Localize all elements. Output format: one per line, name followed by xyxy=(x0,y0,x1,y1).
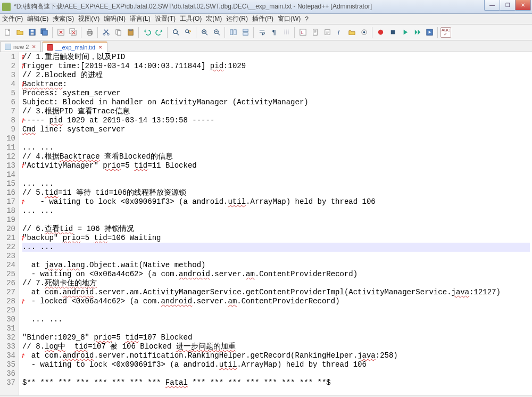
code-line[interactable]: // 4.根据Backtrace 查看Blocked的信息 xyxy=(22,152,530,161)
print-icon[interactable] xyxy=(84,27,95,38)
user-lang-icon[interactable]: L xyxy=(297,27,308,38)
sync-hscroll-icon[interactable] xyxy=(240,27,251,38)
menu-window[interactable]: 窗口(W) xyxy=(278,14,301,23)
code-line[interactable]: ↗ at com.android.server.notification.Ran… xyxy=(22,351,530,360)
code-line[interactable]: ... ... xyxy=(22,179,530,188)
spell-check-icon[interactable]: ABC✓ xyxy=(440,27,451,38)
tab-exp-main[interactable]: __exp_main.txt ✕ xyxy=(42,42,107,52)
find-icon[interactable] xyxy=(170,27,181,38)
doc-list-icon[interactable] xyxy=(322,27,332,38)
code-line[interactable]: ... ... xyxy=(22,206,530,216)
code-line[interactable]: ↗"backup" prio=5 tid=106 Waiting xyxy=(22,234,530,243)
zoom-in-icon[interactable] xyxy=(199,27,210,38)
menu-language[interactable]: 语言(L) xyxy=(130,14,151,23)
code-line[interactable]: ↗"ActivityManager" prio=5 tid=11 Blocked xyxy=(22,161,530,170)
undo-icon[interactable] xyxy=(142,27,152,38)
code-line[interactable] xyxy=(22,369,530,378)
close-all-icon[interactable] xyxy=(68,27,78,38)
code-line[interactable]: // 6.查看tid = 106 持锁情况 xyxy=(22,225,530,234)
code-line[interactable] xyxy=(22,170,530,179)
paste-icon[interactable] xyxy=(125,27,136,38)
zoom-out-icon[interactable] xyxy=(211,27,222,38)
record-macro-icon[interactable] xyxy=(375,27,386,38)
code-line[interactable]: ↗// 1.重启触发时间，以及PID xyxy=(22,53,530,62)
code-line[interactable]: ... ... xyxy=(22,315,530,324)
play-macro-icon[interactable] xyxy=(400,27,410,38)
cut-icon[interactable] xyxy=(101,27,111,38)
menu-view[interactable]: 视图(V) xyxy=(78,14,99,23)
code-line[interactable] xyxy=(22,252,530,261)
code-line[interactable]: ... ... xyxy=(22,143,530,152)
maximize-button[interactable]: ❐ xyxy=(500,0,516,11)
menu-settings[interactable]: 设置(T) xyxy=(155,14,176,23)
code-line[interactable]: $** *** *** *** *** *** *** *** Fatal **… xyxy=(22,378,530,387)
replace-icon[interactable] xyxy=(182,27,193,38)
code-line[interactable]: // 3.根据PID 查看Trace信息 xyxy=(22,107,530,116)
doc-map-icon[interactable] xyxy=(310,27,320,38)
copy-icon[interactable] xyxy=(113,27,123,38)
tab-new2[interactable]: new 2 ✕ xyxy=(0,41,41,52)
code-line[interactable]: // 8.log中 tid=107 被 106 Blocked 进一步问题的加重 xyxy=(22,342,530,351)
new-file-icon[interactable] xyxy=(2,27,13,38)
code-line[interactable]: // 5.tid=11 等待 tid=106的线程释放资源锁 xyxy=(22,188,530,197)
code-line[interactable] xyxy=(22,324,530,333)
code-line[interactable]: - waiting on <0x06a44c62> (a com.android… xyxy=(22,270,530,279)
close-button[interactable]: ✕ xyxy=(515,0,531,11)
word-wrap-icon[interactable] xyxy=(256,27,267,38)
menu-search[interactable]: 搜索(S) xyxy=(53,14,74,23)
close-file-icon[interactable] xyxy=(55,27,66,38)
menu-edit[interactable]: 编辑(E) xyxy=(27,14,48,23)
code-line[interactable]: Process: system_server xyxy=(22,89,530,98)
annotation-arrow-icon: ↗ xyxy=(18,115,27,126)
app-icon xyxy=(2,3,11,11)
open-file-icon[interactable] xyxy=(14,27,25,38)
menu-plugins[interactable]: 插件(P) xyxy=(252,14,273,23)
save-all-icon[interactable] xyxy=(39,27,49,38)
save-icon[interactable] xyxy=(27,27,37,38)
menu-encoding[interactable]: 编码(N) xyxy=(104,14,126,23)
code-line[interactable]: ↗ - waiting to lock <0x090691f3> (a andr… xyxy=(22,197,530,206)
toolbar-separator xyxy=(294,27,295,38)
toolbar-separator xyxy=(225,27,225,38)
sync-vscroll-icon[interactable] xyxy=(228,27,238,38)
code-line[interactable]: at java.lang.Object.wait(Native method) xyxy=(22,261,530,270)
menu-help[interactable]: ? xyxy=(305,15,309,23)
menu-tools[interactable]: 工具(O) xyxy=(180,14,202,23)
svg-rect-25 xyxy=(243,32,247,35)
code-line[interactable]: "Binder:1029_8" prio=5 tid=107 Blocked xyxy=(22,333,530,342)
save-macro-icon[interactable] xyxy=(424,27,435,38)
menu-macro[interactable]: 宏(M) xyxy=(206,14,222,23)
annotation-arrow-icon: ↗ xyxy=(18,197,27,208)
redo-icon[interactable] xyxy=(154,27,164,38)
code-line[interactable]: - waiting to lock <0x090691f3> (a androi… xyxy=(22,360,530,369)
tab-close-icon[interactable]: ✕ xyxy=(98,45,103,50)
indent-guide-icon[interactable] xyxy=(281,27,292,38)
folder-workspace-icon[interactable] xyxy=(346,27,357,38)
code-line[interactable]: // 7.死锁卡住的地方 xyxy=(22,279,530,288)
code-line[interactable]: Cmd line: system_server xyxy=(22,125,530,134)
code-line[interactable]: ... ... xyxy=(22,243,530,252)
code-line[interactable]: // 2.Blocked 的进程 xyxy=(22,71,530,80)
menu-file[interactable]: 文件(F) xyxy=(2,14,23,23)
code-line[interactable]: ↗Backtrace: xyxy=(22,80,530,89)
toolbar-separator xyxy=(81,27,81,38)
code-line[interactable] xyxy=(22,216,530,225)
code-line[interactable]: ↗Trigger time:[2019-03-14 14:00:03.71184… xyxy=(22,62,530,71)
svg-rect-5 xyxy=(42,30,47,35)
window-title: *D:\搜狗高速下载\AEE_EXP\AEE_EXP\db.fatal.02.S… xyxy=(14,2,530,11)
function-list-icon[interactable]: ƒ xyxy=(334,27,345,38)
code-line[interactable]: Subject: Blocked in handler on ActivityM… xyxy=(22,98,530,107)
code-line[interactable] xyxy=(22,134,530,143)
code-content[interactable]: ↗// 1.重启触发时间，以及PID↗Trigger time:[2019-03… xyxy=(19,52,530,395)
show-all-chars-icon[interactable]: ¶ xyxy=(269,27,279,38)
monitoring-icon[interactable] xyxy=(359,27,369,38)
code-line[interactable] xyxy=(22,306,530,315)
run-macro-multi-icon[interactable] xyxy=(412,27,422,38)
minimize-button[interactable]: — xyxy=(484,0,500,11)
code-line[interactable]: at com.android.server.am.ActivityManager… xyxy=(22,288,530,297)
code-line[interactable]: ↗----- pid 1029 at 2019-03-14 13:59:58 -… xyxy=(22,116,530,125)
menu-run[interactable]: 运行(R) xyxy=(226,14,248,23)
stop-macro-icon[interactable] xyxy=(387,27,398,38)
code-line[interactable]: ↗ - locked <0x06a44c62> (a com.android.s… xyxy=(22,297,530,306)
tab-close-icon[interactable]: ✕ xyxy=(32,44,36,49)
